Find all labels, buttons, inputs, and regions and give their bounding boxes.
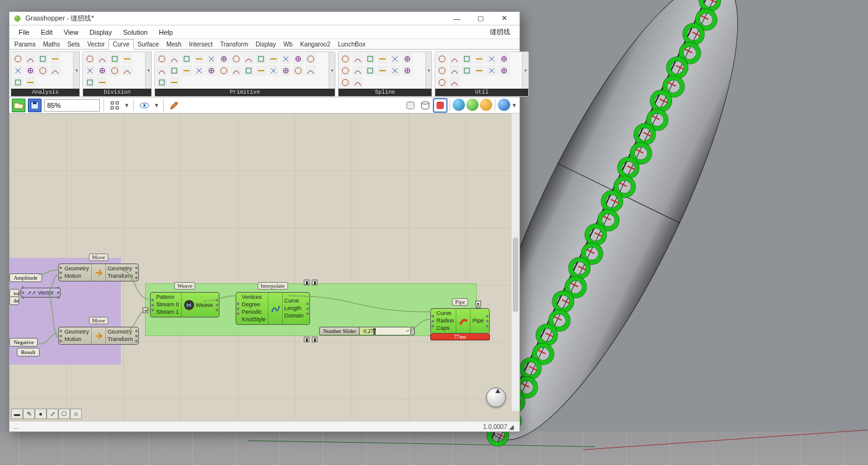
menu-file[interactable]: File: [13, 27, 35, 38]
ribbon-tool-icon[interactable]: [84, 53, 95, 64]
tab-wb[interactable]: Wb: [280, 40, 296, 49]
ribbon-tool-icon[interactable]: [109, 65, 120, 76]
ribbon-tool-icon[interactable]: [206, 53, 217, 64]
ribbon-tool-icon[interactable]: [169, 65, 180, 76]
tab-maths[interactable]: Maths: [39, 40, 63, 49]
ribbon-tool-icon[interactable]: [352, 77, 363, 87]
preview-green-button[interactable]: [466, 99, 479, 111]
ribbon-tool-icon[interactable]: [84, 77, 95, 87]
chip-amplitude[interactable]: Amplitude: [9, 273, 42, 282]
tab-sets[interactable]: Sets: [64, 40, 84, 49]
component-weave[interactable]: Weave PatternStream 0Stream 1 ⋈Weave: [150, 292, 219, 317]
menu-view[interactable]: View: [58, 27, 84, 38]
bt-5[interactable]: ⎔: [58, 409, 70, 419]
slider-track[interactable]: 0.277: [359, 327, 411, 335]
component-move-2[interactable]: Move GeometryMotion GeometryTransform: [58, 327, 139, 345]
ribbon-tabs[interactable]: Params Maths Sets Vector Curve Surface M…: [9, 39, 520, 50]
panel-expand-icon[interactable]: ▾: [73, 52, 79, 89]
tab-intersect[interactable]: Intersect: [185, 40, 216, 49]
ribbon-tool-icon[interactable]: [340, 53, 351, 64]
ribbon-tool-icon[interactable]: [498, 65, 510, 76]
ribbon-tool-icon[interactable]: [181, 53, 192, 64]
open-button[interactable]: [12, 99, 25, 112]
ribbon-tool-icon[interactable]: [37, 65, 48, 76]
ribbon-tool-icon[interactable]: [436, 65, 448, 76]
panel-expand-icon[interactable]: ▾: [425, 52, 432, 89]
menu-solution[interactable]: Solution: [117, 27, 153, 38]
ribbon-tool-icon[interactable]: [50, 65, 61, 76]
ribbon-tool-icon[interactable]: [293, 53, 304, 64]
ribbon-tool-icon[interactable]: [402, 65, 413, 76]
ribbon-tool-icon[interactable]: [461, 65, 472, 76]
ribbon-tool-icon[interactable]: [305, 65, 316, 76]
ribbon-tool-icon[interactable]: [449, 77, 460, 87]
zoom-select[interactable]: [44, 99, 100, 112]
ribbon-tool-icon[interactable]: [122, 53, 133, 64]
menubar[interactable]: File Edit View Display Solution Help 缝纫线: [9, 25, 520, 39]
panel-expand-icon[interactable]: ▾: [145, 52, 151, 89]
ribbon-tool-icon[interactable]: [255, 53, 267, 64]
ribbon-tool-icon[interactable]: [268, 53, 279, 64]
menu-display[interactable]: Display: [84, 27, 117, 38]
ribbon-tool-icon[interactable]: [486, 53, 497, 64]
bt-3[interactable]: ●: [35, 409, 46, 419]
ribbon-tool-icon[interactable]: [365, 53, 376, 64]
bt-6[interactable]: ⎌: [70, 409, 82, 419]
resize-grip-icon[interactable]: ◢: [507, 423, 516, 430]
ribbon-tool-icon[interactable]: [25, 53, 36, 64]
ribbon-tool-icon[interactable]: [218, 53, 229, 64]
tab-params[interactable]: Params: [11, 40, 39, 49]
tab-surface[interactable]: Surface: [134, 40, 162, 49]
ribbon-tool-icon[interactable]: [486, 65, 497, 76]
ribbon-tool-icon[interactable]: [97, 53, 108, 64]
ribbon-tool-icon[interactable]: [169, 77, 180, 87]
tab-display[interactable]: Display: [252, 40, 280, 49]
preview-off-button[interactable]: [404, 99, 417, 112]
ribbon-tool-icon[interactable]: [461, 53, 472, 64]
document-preview-button[interactable]: [498, 99, 510, 111]
tab-kangaroo2[interactable]: Kangaroo2: [296, 40, 334, 49]
bt-4[interactable]: ⤢: [46, 409, 58, 419]
ribbon-tool-icon[interactable]: [377, 53, 388, 64]
ribbon-tool-icon[interactable]: [231, 53, 242, 64]
ribbon-tool-icon[interactable]: [402, 53, 413, 64]
ribbon-tool-icon[interactable]: [474, 65, 485, 76]
component-vector[interactable]: ↗↗Vector: [20, 288, 61, 298]
ribbon-tool-icon[interactable]: [97, 77, 108, 87]
canvas[interactable]: ▮ ▮ ▮ ▮ ◂ ▸ ▸ ▸ Amplitude tor de Negativ…: [9, 113, 520, 421]
ribbon-tool-icon[interactable]: [305, 53, 316, 64]
component-pipe[interactable]: Pipe Curve Radius Caps Pipe 77ms: [430, 308, 490, 340]
tab-mesh[interactable]: Mesh: [162, 40, 185, 49]
ribbon-tool-icon[interactable]: [340, 65, 351, 76]
canvas-compass[interactable]: [486, 388, 506, 407]
tab-lunchbox[interactable]: LunchBox: [334, 40, 369, 49]
vertical-scrollbar[interactable]: [511, 113, 520, 411]
canvas-toolbar[interactable]: ▼ ▼ ▼: [9, 97, 520, 113]
ribbon-tool-icon[interactable]: [12, 53, 24, 64]
ribbon-tool-icon[interactable]: [449, 53, 460, 64]
tab-curve[interactable]: Curve: [108, 39, 134, 50]
ribbon-tool-icon[interactable]: [280, 65, 291, 76]
chip-negative[interactable]: Negative: [9, 338, 38, 347]
maximize-button[interactable]: ▢: [469, 12, 492, 25]
ribbon-tool-icon[interactable]: [352, 65, 363, 76]
ribbon-tool-icon[interactable]: [12, 77, 24, 87]
grasshopper-window[interactable]: Grasshopper - 缝纫线* — ▢ ✕ File Edit View …: [9, 11, 520, 432]
component-interpolate[interactable]: Interpolate Vertices Degree Periodic Kno…: [236, 292, 310, 325]
ribbon-tool-icon[interactable]: [340, 77, 351, 87]
menu-help[interactable]: Help: [153, 27, 179, 38]
number-slider[interactable]: Number Slider 0.277: [319, 327, 415, 335]
ribbon-tool-icon[interactable]: [255, 65, 267, 76]
tab-vector[interactable]: Vector: [84, 40, 108, 49]
preview-settings-button[interactable]: [480, 99, 492, 111]
ribbon-tool-icon[interactable]: [352, 53, 363, 64]
ribbon-tool-icon[interactable]: [243, 65, 254, 76]
close-button[interactable]: ✕: [492, 12, 516, 25]
ribbon-tool-icon[interactable]: [12, 65, 24, 76]
canvas-bottom-toolbar[interactable]: ▬ ✎ ● ⤢ ⎔ ⎌: [11, 409, 82, 419]
zoom-extents-button[interactable]: [108, 99, 122, 112]
ribbon-tool-icon[interactable]: [389, 65, 401, 76]
sketch-button[interactable]: [167, 99, 181, 112]
ribbon-tool-icon[interactable]: [169, 53, 180, 64]
ribbon-tool-icon[interactable]: [25, 65, 36, 76]
